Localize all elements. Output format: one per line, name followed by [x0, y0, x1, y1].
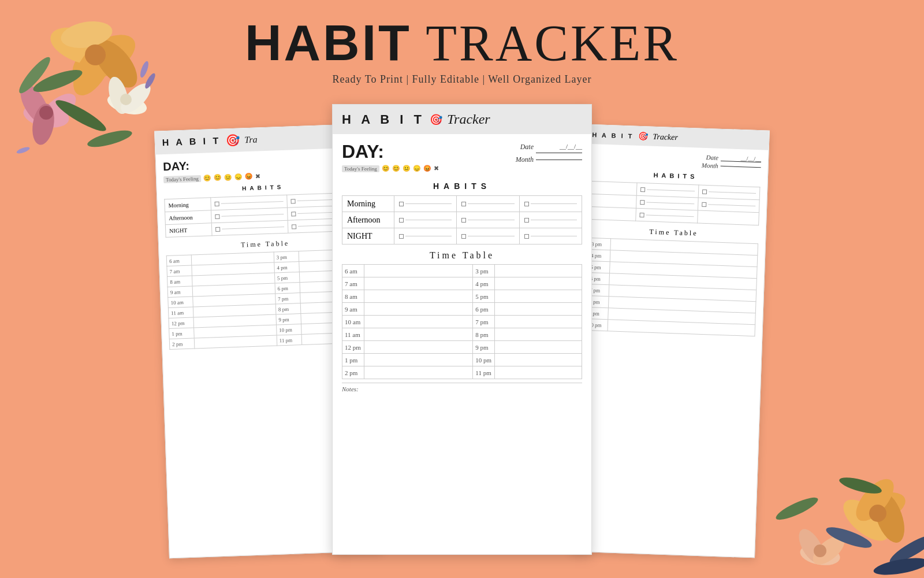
- center-paper-header: H A B I T 🎯 Tracker: [333, 105, 591, 134]
- left-paper-tracker-text: Tra: [244, 134, 258, 145]
- right-date-info: Date __/__/__ Month: [591, 150, 762, 171]
- center-date-info: Date __/__/__ Month: [516, 141, 582, 166]
- table-row: NIGHT: [342, 228, 582, 244]
- right-timetable-title: Time Table: [588, 225, 758, 240]
- center-heart-icon: 🎯: [430, 113, 442, 126]
- center-day-label: DAY:: [342, 141, 439, 162]
- center-date-row: DAY: Today's Feeling 😊 😊 😐 😞 😡 ✖ Date: [342, 141, 582, 177]
- center-paper-title-letters: H A B I T: [342, 112, 425, 127]
- center-notes-label: Notes:: [342, 383, 582, 392]
- center-habit-afternoon: Afternoon: [342, 212, 394, 228]
- table-row: 9 am6 pm: [342, 303, 582, 316]
- right-paper-tracker-text: Tracker: [653, 132, 678, 142]
- right-date-value: __/__/__: [721, 154, 761, 162]
- month-label: Month: [516, 154, 534, 166]
- table-row: 8 am5 pm: [342, 290, 582, 303]
- table-row: 7 am4 pm: [342, 277, 582, 290]
- table-row: 1 pm10 pm: [342, 354, 582, 366]
- date-label: Date: [520, 141, 534, 154]
- center-timetable: 6 am3 pm 7 am4 pm 8 am5 pm 9 am6 pm 10 a…: [342, 264, 582, 379]
- right-paper-content: Date __/__/__ Month HABITS: [578, 144, 768, 343]
- center-timetable-title: Time Table: [342, 250, 582, 261]
- month-value: [536, 160, 582, 160]
- center-habit-night: NIGHT: [342, 228, 394, 244]
- main-header: HABIT TRACKER Ready To Print | Fully Edi…: [0, 0, 924, 86]
- right-habits-table: [589, 181, 760, 225]
- papers-container: H A B I T 🎯 Tra DAY: Today's Feeling 😊 😊…: [144, 104, 780, 566]
- left-habit-afternoon: Afternoon: [165, 210, 212, 225]
- title-tracker: TRACKER: [412, 15, 679, 71]
- right-timetable: 3 pm 4 pm 5 pm 6 pm 7 pm 8 pm 9 pm 10 pm: [586, 238, 758, 336]
- table-row: 10 am7 pm: [342, 316, 582, 328]
- table-row: 6 am3 pm: [342, 265, 582, 277]
- center-feelings-label: Today's Feeling: [342, 165, 379, 172]
- date-value: __/__/__: [536, 141, 582, 153]
- left-habit-night: NIGHT: [165, 223, 212, 238]
- center-habits-table: Morning Afternoon NIGHT: [342, 195, 582, 244]
- left-habit-morning: Morning: [165, 198, 211, 212]
- left-feelings-label: Today's Feeling: [163, 175, 201, 183]
- left-paper-title-letters: H A B I T: [162, 136, 221, 149]
- center-habit-morning: Morning: [342, 196, 394, 212]
- center-paper-tracker-text: Tracker: [447, 112, 490, 127]
- center-habits-title: HABITS: [342, 181, 582, 191]
- right-paper: H A B I T 🎯 Tracker Date __/__/__ Month …: [570, 124, 770, 558]
- table-row: 12 pm9 pm: [342, 341, 582, 354]
- title-habit: HABIT: [245, 14, 412, 71]
- table-row: 11 am8 pm: [342, 328, 582, 341]
- table-row: Afternoon: [342, 212, 582, 228]
- right-heart-icon: 🎯: [638, 131, 649, 142]
- center-paper: H A B I T 🎯 Tracker DAY: Today's Feeling…: [332, 104, 592, 555]
- table-row: 2 pm11 pm: [342, 366, 582, 379]
- left-heart-icon: 🎯: [225, 134, 240, 148]
- right-month-label: Month: [702, 162, 718, 169]
- center-paper-content: DAY: Today's Feeling 😊 😊 😐 😞 😡 ✖ Date: [333, 134, 591, 399]
- main-title: HABIT TRACKER: [0, 17, 924, 69]
- center-feelings-row: Today's Feeling 😊 😊 😐 😞 😡 ✖: [342, 165, 439, 172]
- right-month-value: [721, 165, 761, 167]
- right-habits-title: HABITS: [591, 169, 761, 182]
- right-date-label: Date: [706, 154, 719, 161]
- main-subtitle: Ready To Print | Fully Editable | Well O…: [0, 73, 924, 86]
- table-row: Morning: [342, 196, 582, 212]
